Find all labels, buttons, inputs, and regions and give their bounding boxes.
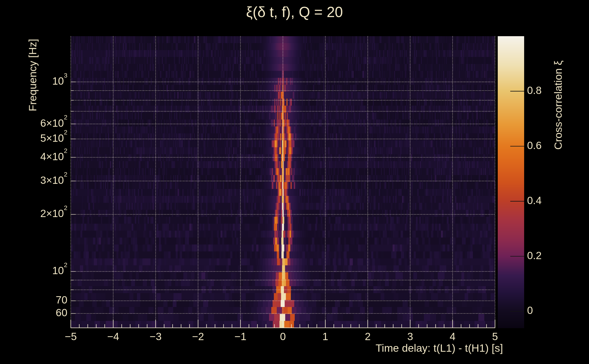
- y-tick-label: 70: [56, 294, 67, 306]
- chart-title: ξ(δ t, f), Q = 20: [246, 4, 343, 20]
- colorbar-title: Cross-correlation ξ: [552, 60, 564, 150]
- y-axis-title: Frequency [Hz]: [26, 39, 39, 111]
- colorbar-tick-label: 0.4: [527, 194, 542, 207]
- colorbar-tick-label: 0.2: [527, 249, 542, 262]
- y-tick-label: 5×102: [40, 132, 67, 144]
- y-tick-label: 4×102: [40, 150, 67, 163]
- y-tick-label: 3×102: [40, 174, 67, 186]
- colorbar-tick-label: 0: [527, 304, 533, 316]
- x-tick-label: −2: [192, 330, 204, 343]
- x-tick-label: 0: [280, 330, 286, 343]
- x-axis-title: Time delay: t(L1) - t(H1) [s]: [375, 342, 503, 354]
- y-tick-label: 103: [52, 75, 67, 87]
- cross-correlation-spectrogram: ξ(δ t, f), Q = 20 Frequency [Hz] Time de…: [0, 0, 589, 364]
- y-tick-label: 60: [56, 306, 67, 319]
- x-tick-label: 2: [365, 330, 371, 343]
- x-tick-label: 5: [492, 330, 498, 343]
- heatmap-canvas: [0, 0, 589, 364]
- x-tick-label: 3: [407, 330, 413, 343]
- x-tick-label: −3: [150, 330, 162, 343]
- x-tick-label: −5: [65, 330, 77, 343]
- y-tick-label: 6×102: [40, 117, 67, 129]
- x-tick-label: 1: [322, 330, 328, 343]
- colorbar-tick-label: 0.6: [527, 139, 542, 151]
- x-tick-label: −1: [234, 330, 246, 343]
- y-tick-label: 2×102: [40, 207, 67, 220]
- colorbar-tick-label: 0.8: [527, 84, 542, 97]
- x-tick-label: −4: [107, 330, 119, 343]
- x-tick-label: 4: [450, 330, 456, 343]
- y-tick-label: 102: [52, 264, 67, 277]
